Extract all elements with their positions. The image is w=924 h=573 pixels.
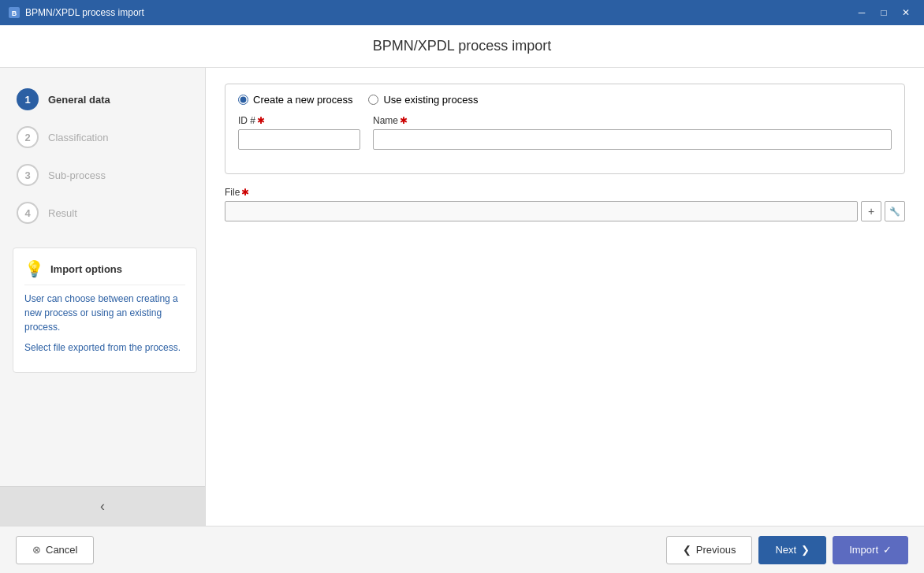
hint-box: 💡 Import options User can choose between… xyxy=(13,247,197,373)
step-4: 4 Result xyxy=(13,194,197,232)
id-required: ✱ xyxy=(257,115,265,126)
next-button[interactable]: Next ❯ xyxy=(758,536,826,564)
radio-existing-label: Use existing process xyxy=(383,94,478,106)
plus-icon: + xyxy=(868,205,874,218)
hint-header: 💡 Import options xyxy=(24,259,185,285)
cancel-button[interactable]: ⊗ Cancel xyxy=(16,536,94,564)
left-panel: 1 General data 2 Classification 3 Sub-pr… xyxy=(0,68,205,526)
id-field-group: ID # ✱ xyxy=(238,115,360,150)
close-button[interactable]: ✕ xyxy=(896,4,916,21)
svg-text:B: B xyxy=(12,9,17,17)
step-1-circle: 1 xyxy=(17,88,39,110)
window-controls: ─ □ ✕ xyxy=(851,4,916,21)
hint-text: User can choose between creating a new p… xyxy=(24,292,185,355)
radio-new-input[interactable] xyxy=(238,95,248,105)
file-input[interactable] xyxy=(225,201,858,221)
app-icon: B xyxy=(8,6,20,19)
chevron-right-icon: ❯ xyxy=(801,544,810,556)
id-label: ID # ✱ xyxy=(238,115,360,126)
file-field-group: File ✱ + 🔧 xyxy=(225,187,905,221)
maximize-button[interactable]: □ xyxy=(874,4,894,21)
check-icon: ✓ xyxy=(883,544,892,556)
radio-existing-input[interactable] xyxy=(368,95,378,105)
step-3: 3 Sub-process xyxy=(13,156,197,194)
cancel-icon: ⊗ xyxy=(32,544,41,556)
radio-new-label: Create a new process xyxy=(253,94,352,106)
import-button[interactable]: Import ✓ xyxy=(833,536,908,564)
dialog-title: BPMN/XPDL process import xyxy=(373,38,551,54)
chevron-left-icon: ‹ xyxy=(100,498,105,514)
name-input[interactable] xyxy=(373,129,892,150)
radio-new-process[interactable]: Create a new process xyxy=(238,94,352,106)
file-browse-button[interactable]: 🔧 xyxy=(885,201,905,221)
previous-button[interactable]: ❮ Previous xyxy=(666,536,753,564)
name-field-group: Name ✱ xyxy=(373,115,892,150)
radio-existing-process[interactable]: Use existing process xyxy=(368,94,478,106)
step-2: 2 Classification xyxy=(13,118,197,156)
hint-title: Import options xyxy=(50,263,122,275)
radio-legend: Create a new process Use existing proces… xyxy=(238,94,892,106)
id-name-row: ID # ✱ Name ✱ xyxy=(238,115,892,150)
bulb-icon: 💡 xyxy=(24,259,44,278)
file-label: File ✱ xyxy=(225,187,905,198)
step-3-circle: 3 xyxy=(17,164,39,186)
file-required: ✱ xyxy=(241,187,249,198)
main-content: 1 General data 2 Classification 3 Sub-pr… xyxy=(0,68,924,526)
hint-para2: Select file exported from the process. xyxy=(24,340,185,355)
chevron-left-icon: ❮ xyxy=(683,544,691,556)
steps-list: 1 General data 2 Classification 3 Sub-pr… xyxy=(0,68,205,486)
step-4-circle: 4 xyxy=(17,202,39,224)
title-bar: B BPMN/XPDL process import ─ □ ✕ xyxy=(0,0,924,25)
footer-left: ⊗ Cancel xyxy=(16,536,94,564)
step-3-label: Sub-process xyxy=(48,169,106,181)
minimize-button[interactable]: ─ xyxy=(851,4,872,21)
dialog-footer: ⊗ Cancel ❮ Previous Next ❯ Import ✓ xyxy=(0,526,924,573)
step-1-label: General data xyxy=(48,94,110,106)
step-2-label: Classification xyxy=(48,132,109,143)
sidebar-toggle-button[interactable]: ‹ xyxy=(100,498,105,515)
step-1: 1 General data xyxy=(13,80,197,118)
step-2-circle: 2 xyxy=(17,126,39,148)
content-area: Create a new process Use existing proces… xyxy=(205,68,924,526)
footer-right: ❮ Previous Next ❯ Import ✓ xyxy=(666,536,908,564)
name-label: Name ✱ xyxy=(373,115,892,126)
id-input[interactable] xyxy=(238,129,360,150)
hint-para1: User can choose between creating a new p… xyxy=(24,292,185,334)
title-bar-text: BPMN/XPDL process import xyxy=(25,7,851,18)
sidebar-toggle-area: ‹ xyxy=(0,486,205,526)
name-required: ✱ xyxy=(400,115,408,126)
step-4-label: Result xyxy=(48,207,77,219)
wrench-icon: 🔧 xyxy=(889,207,900,217)
dialog-header: BPMN/XPDL process import xyxy=(0,25,924,68)
file-row: + 🔧 xyxy=(225,201,905,221)
file-add-button[interactable]: + xyxy=(861,201,881,221)
app-window: B BPMN/XPDL process import ─ □ ✕ BPMN/XP… xyxy=(0,0,924,573)
process-type-group: Create a new process Use existing proces… xyxy=(225,84,905,174)
